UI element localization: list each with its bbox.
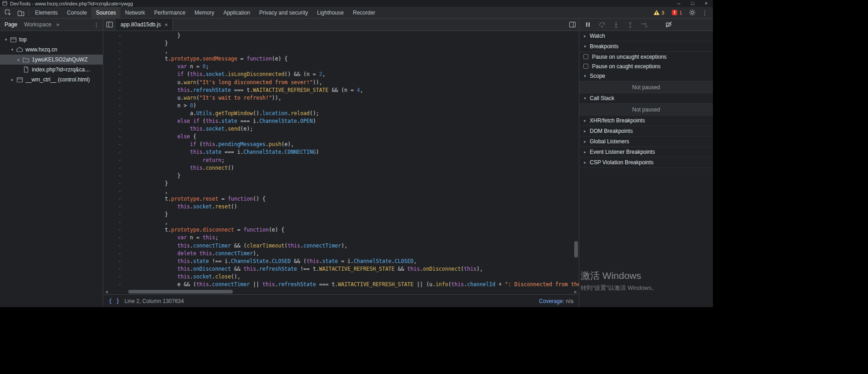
section-breakpoints[interactable]: ▾ Breakpoints <box>579 41 713 52</box>
code-line-text[interactable]: this.socket.close(), <box>136 273 241 281</box>
chevron-down-icon[interactable]: ▾ <box>3 37 9 42</box>
code-line-text[interactable]: this.state !== i.ChannelState.CLOSED && … <box>136 258 416 265</box>
code-line-text[interactable]: if (this.pendingMessages.push(e), <box>136 141 294 148</box>
navigator-menu-icon[interactable]: ⋮ <box>92 21 101 28</box>
tree-item-top[interactable]: ▾ top <box>0 35 103 45</box>
more-tabs-icon[interactable]: » <box>56 21 60 28</box>
breakpoint-gutter[interactable]: - <box>103 102 136 110</box>
tab-recorder[interactable]: Recorder <box>348 7 380 18</box>
tab-sources[interactable]: Sources <box>91 7 120 18</box>
tab-lighthouse[interactable]: Lighthouse <box>312 7 348 18</box>
code-line-text[interactable]: } <box>136 32 181 40</box>
pause-on-uncaught-row[interactable]: Pause on uncaught exceptions <box>579 52 713 61</box>
toggle-navigator-icon[interactable] <box>103 19 116 30</box>
code-line-text[interactable]: } <box>136 211 168 218</box>
more-options-icon[interactable]: ⋮ <box>698 9 711 16</box>
breakpoint-gutter[interactable]: - <box>103 133 136 141</box>
code-line-text[interactable]: , <box>136 218 168 226</box>
breakpoint-gutter[interactable]: - <box>103 265 136 273</box>
device-toolbar-icon[interactable] <box>15 7 27 18</box>
breakpoint-gutter[interactable]: - <box>103 117 136 125</box>
code-line-text[interactable]: a.Utils.getTopWindow().location.reload()… <box>136 110 319 117</box>
section-csp-violation-breakpoints[interactable]: ▸ CSP Violation Breakpoints <box>579 157 713 168</box>
checkbox-pause-caught[interactable] <box>583 64 588 69</box>
chevron-right-icon[interactable]: ▸ <box>9 77 15 82</box>
navigator-tab-page[interactable]: Page <box>5 21 17 28</box>
code-line-text[interactable]: return; <box>136 157 225 164</box>
section-dom-breakpoints[interactable]: ▸ DOM Breakpoints <box>579 126 713 136</box>
code-line-text[interactable]: , <box>136 187 168 195</box>
chevron-right-icon[interactable]: ▸ <box>15 57 22 62</box>
code-line-text[interactable]: } <box>136 180 168 187</box>
code-line-text[interactable]: u.warn("It's wait to refresh!")), <box>136 94 281 102</box>
tree-item-file[interactable]: index.php?id=rzrq&ca… <box>0 65 103 75</box>
breakpoint-gutter[interactable]: - <box>103 211 136 218</box>
code-line-text[interactable]: var n = 0; <box>136 63 209 71</box>
tab-application[interactable]: Application <box>219 7 255 18</box>
code-line-text[interactable]: this.socket.send(e); <box>136 125 253 133</box>
section-event-listener-breakpoints[interactable]: ▸ Event Listener Breakpoints <box>579 147 713 157</box>
section-call-stack[interactable]: ▾ Call Stack <box>579 93 713 104</box>
code-line-text[interactable]: , <box>136 47 168 55</box>
breakpoint-gutter[interactable]: - <box>103 250 136 258</box>
inspect-element-icon[interactable] <box>2 7 15 18</box>
breakpoint-gutter[interactable]: - <box>103 180 136 187</box>
deactivate-breakpoints-icon[interactable] <box>664 20 674 30</box>
code-line-text[interactable]: } <box>136 172 181 180</box>
vertical-scrollbar-thumb[interactable] <box>574 241 578 258</box>
scroll-right-icon[interactable]: ▶ <box>572 290 579 294</box>
code-area[interactable]: - }- }- ,- t.prototype.sendMessage = fun… <box>103 31 579 289</box>
code-line-text[interactable]: e && (this.connectTimer || this.refreshS… <box>136 281 579 288</box>
step-over-icon[interactable] <box>597 20 607 30</box>
chevron-down-icon[interactable]: ▾ <box>9 47 15 52</box>
tab-memory[interactable]: Memory <box>190 7 219 18</box>
breakpoint-gutter[interactable]: - <box>103 258 136 265</box>
section-scope[interactable]: ▾ Scope <box>579 71 713 81</box>
step-into-icon[interactable] <box>611 20 621 30</box>
breakpoint-gutter[interactable]: - <box>103 157 136 164</box>
coverage-link[interactable]: Coverage <box>539 298 563 304</box>
tab-network[interactable]: Network <box>120 7 150 18</box>
issues-badge[interactable]: 1 <box>668 10 686 15</box>
section-xhr-breakpoints[interactable]: ▸ XHR/fetch Breakpoints <box>579 116 713 126</box>
pause-on-caught-row[interactable]: Pause on caught exceptions <box>579 61 713 71</box>
breakpoint-gutter[interactable]: - <box>103 203 136 211</box>
breakpoint-gutter[interactable]: - <box>103 141 136 148</box>
tab-privacy-and-security[interactable]: Privacy and security <box>255 7 312 18</box>
breakpoint-gutter[interactable]: - <box>103 86 136 94</box>
code-line-text[interactable]: this.connectTimer && (clearTimeout(this.… <box>136 242 347 250</box>
code-line-text[interactable]: delete this.connectTimer), <box>136 250 259 258</box>
code-line-text[interactable]: else if (this.state === i.ChannelState.O… <box>136 117 316 125</box>
breakpoint-gutter[interactable]: - <box>103 234 136 242</box>
breakpoint-gutter[interactable]: - <box>103 187 136 195</box>
code-line-text[interactable]: } <box>136 40 168 47</box>
code-line-text[interactable]: t.prototype.sendMessage = function(e) { <box>136 55 287 63</box>
breakpoint-gutter[interactable]: - <box>103 79 136 86</box>
breakpoint-gutter[interactable]: - <box>103 47 136 55</box>
code-line-text[interactable]: t.prototype.reset = function() { <box>136 195 266 203</box>
warnings-badge[interactable]: 3 <box>650 10 668 15</box>
breakpoint-gutter[interactable]: - <box>103 94 136 102</box>
code-line-text[interactable]: else { <box>136 133 196 141</box>
breakpoint-gutter[interactable]: - <box>103 71 136 78</box>
code-line-text[interactable]: this.onDisconnect && this.refreshState !… <box>136 265 483 273</box>
navigator-tab-workspace[interactable]: Workspace <box>24 21 51 28</box>
maximize-button[interactable]: □ <box>686 0 699 7</box>
breakpoint-gutter[interactable]: - <box>103 125 136 133</box>
minimize-button[interactable]: – <box>672 0 686 7</box>
tree-item-folder[interactable]: ▸ 1ywuKELSO2ahQuWZ <box>0 55 103 65</box>
code-line-text[interactable]: t.prototype.disconnect = function(e) { <box>136 226 285 234</box>
code-line-text[interactable]: u.warn("It's long disconnected from seve… <box>136 79 322 86</box>
breakpoint-gutter[interactable]: - <box>103 273 136 281</box>
code-line-text[interactable]: n > 0) <box>136 102 196 110</box>
code-line-text[interactable]: var n = this; <box>136 234 218 242</box>
horizontal-scrollbar-thumb[interactable] <box>128 290 233 293</box>
breakpoint-gutter[interactable]: - <box>103 172 136 180</box>
breakpoint-gutter[interactable]: - <box>103 218 136 226</box>
section-watch[interactable]: ▸ Watch <box>579 31 713 41</box>
code-line-text[interactable]: this.connect() <box>136 164 234 172</box>
tab-performance[interactable]: Performance <box>150 7 190 18</box>
tree-item-domain[interactable]: ▾ www.hxzq.cn <box>0 45 103 55</box>
section-global-listeners[interactable]: ▸ Global Listeners <box>579 136 713 147</box>
breakpoint-gutter[interactable]: - <box>103 226 136 234</box>
